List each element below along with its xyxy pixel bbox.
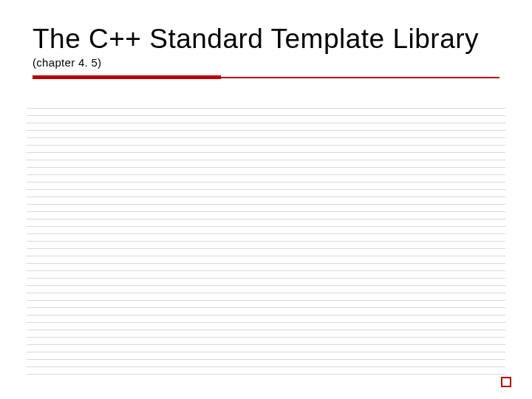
underline-thin (221, 77, 499, 78)
slide-title: The C++ Standard Template Library (33, 24, 479, 54)
slide-subtitle: (chapter 4. 5) (33, 56, 101, 69)
content-lined-area (27, 108, 505, 381)
corner-square-icon (501, 377, 511, 387)
title-underline (33, 75, 499, 79)
underline-thick (33, 75, 221, 79)
slide: The C++ Standard Template Library (chapt… (0, 0, 532, 399)
slide-heading: The C++ Standard Template Library (chapt… (33, 22, 499, 69)
title-block: The C++ Standard Template Library (chapt… (33, 22, 499, 79)
